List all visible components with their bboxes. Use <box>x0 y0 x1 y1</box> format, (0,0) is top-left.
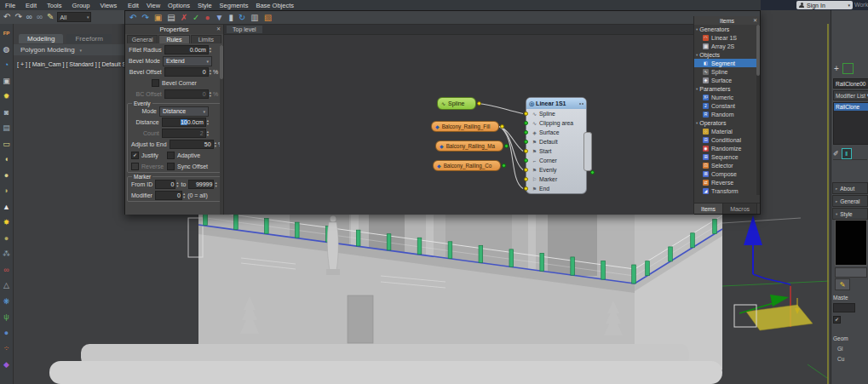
edit-style-button[interactable]: ✎ <box>835 278 850 290</box>
items-item-random[interactable]: RRandom <box>694 110 760 118</box>
editor-menu-view[interactable]: View <box>147 2 160 9</box>
from-id-field[interactable]: 0 <box>155 180 175 189</box>
sphere-blue-icon[interactable]: ● <box>1 325 13 341</box>
cone-icon[interactable]: ▲ <box>1 199 13 215</box>
spinner[interactable]: ▴▾ <box>207 130 209 136</box>
editor-undo-icon[interactable]: ↶ <box>129 14 136 22</box>
fillet-radius-field[interactable]: 0.0cm <box>164 45 209 54</box>
image-icon[interactable]: ▣ <box>1 73 13 89</box>
items-item-sequence[interactable]: ⊞Sequence <box>694 152 760 161</box>
pin-stack-icon[interactable]: ✐ <box>833 150 839 158</box>
sign-in-button[interactable]: Sign In ▾ <box>796 1 853 9</box>
top-level-tab[interactable]: Top level <box>227 26 262 33</box>
items-item-material[interactable]: ⁘Material <box>694 127 760 135</box>
rain-icon[interactable]: ⁂ <box>1 246 13 262</box>
items-group-generators[interactable]: ▾Generators <box>694 25 760 33</box>
items-item-spline[interactable]: ∿Spline <box>694 67 760 76</box>
sphere-icon[interactable]: ● <box>1 168 13 184</box>
editor-menu-base-objects[interactable]: Base Objects <box>256 2 294 9</box>
sphere-olive-icon[interactable]: ● <box>1 231 13 247</box>
input-socket[interactable] <box>524 168 528 172</box>
gen-input-marker[interactable]: ⚐Marker <box>526 175 586 184</box>
modifier-list-dropdown[interactable]: Modifier List ▾ <box>833 90 868 100</box>
editor-menu-options[interactable]: Options <box>168 2 190 9</box>
editor-redo-icon[interactable]: ↷ <box>141 14 148 22</box>
modifier-stack[interactable]: RailClone <box>833 102 868 145</box>
menu-file[interactable]: File <box>5 2 15 9</box>
node-balcony-railing-ma[interactable]: ◆ Balcony_Railing_Ma <box>435 140 503 152</box>
items-item-constant[interactable]: 2Constant <box>694 101 760 110</box>
purple-tool-icon[interactable]: ◆ <box>1 357 13 373</box>
items-group-parameters[interactable]: ▾Parameters <box>694 84 760 93</box>
master-field[interactable] <box>833 303 855 312</box>
node-header-buttons[interactable] <box>579 103 583 105</box>
properties-tab-limits[interactable]: Limits <box>191 35 221 43</box>
reverse-checkbox[interactable] <box>131 163 139 170</box>
items-item-segment[interactable]: ◧Segment <box>694 59 760 67</box>
items-item-surface[interactable]: ◈Surface <box>694 76 760 84</box>
items-item-randomize[interactable]: ◉Randomize <box>694 144 760 152</box>
show-end-result-toggle[interactable]: ‖ <box>842 148 852 159</box>
undo-icon[interactable]: ↶ <box>3 13 10 21</box>
output-socket[interactable] <box>502 163 506 168</box>
blob-icon[interactable]: ◖ <box>1 152 13 168</box>
gen-input-spline[interactable]: ∿Spline <box>526 109 586 118</box>
bevel-corner-checkbox[interactable] <box>152 79 159 87</box>
redo-icon[interactable]: ↷ <box>14 13 21 21</box>
workspace-label[interactable]: Workspa <box>854 2 868 8</box>
copy-icon[interactable]: ▣ <box>154 14 162 22</box>
record-icon[interactable]: ● <box>204 14 210 22</box>
evenly-mode-select[interactable]: Distance▾ <box>159 106 209 117</box>
spinner[interactable]: ▴▾ <box>210 69 211 75</box>
multi-dots-icon[interactable]: ⁘ <box>1 341 13 357</box>
input-socket[interactable] <box>524 186 528 191</box>
close-icon[interactable]: ✕ <box>753 17 757 23</box>
rollout-about[interactable]: ▸About <box>832 182 868 194</box>
editor-menu-segments[interactable]: Segments <box>220 2 249 9</box>
generator-output-socket[interactable] <box>590 170 595 175</box>
sync-offset-checkbox[interactable] <box>167 163 175 170</box>
add-icon[interactable]: + <box>834 64 839 73</box>
justify-checkbox[interactable]: ✓ <box>131 152 139 159</box>
bind-spacewarp-icon[interactable]: ✎ <box>47 13 54 21</box>
input-socket[interactable] <box>524 121 528 125</box>
modifier-stack-item[interactable]: RailClone <box>834 103 868 111</box>
teapot-olive-icon[interactable]: ◗ <box>1 183 13 199</box>
teapot-icon[interactable]: ◍ <box>1 42 13 58</box>
menu-edit[interactable]: Edit <box>26 2 37 9</box>
gen-input-clipping-area[interactable]: ∿Clipping area <box>526 118 586 128</box>
unlink-icon[interactable]: ∞ <box>37 13 43 21</box>
node-balcony-railing-co[interactable]: ◆ Balcony_Railing_Co <box>433 160 501 171</box>
chamfer-box-icon[interactable]: ▭ <box>1 136 13 152</box>
gen-input-corner[interactable]: ⌐Corner <box>526 156 586 165</box>
spinner[interactable]: ▴▾ <box>215 141 216 147</box>
terrain-icon[interactable]: △ <box>1 278 13 294</box>
sun-icon[interactable]: ✸ <box>1 215 13 231</box>
spinner[interactable]: ▴▾ <box>176 181 178 187</box>
editor-menu-style[interactable]: Style <box>198 2 212 9</box>
bevel-offset-field[interactable]: 0 <box>164 67 209 77</box>
properties-tab-rules[interactable]: Rules <box>158 35 189 43</box>
items-item-array-2s[interactable]: ▦Array 2S <box>694 42 760 50</box>
generator-header[interactable]: ◎ Linear 1S1 <box>526 98 586 109</box>
items-tab-macros[interactable]: Macros <box>723 203 757 214</box>
object-name-field[interactable]: RailClone00 <box>833 78 868 89</box>
input-socket[interactable] <box>524 158 528 163</box>
output-socket[interactable] <box>504 144 509 148</box>
node-canvas[interactable]: Top level ∿ Spline ◆ Balcony_Railing_Fil… <box>224 25 694 215</box>
properties-scrollbar[interactable] <box>220 45 223 215</box>
railclone-icon[interactable]: ◔ <box>1 57 13 73</box>
spinner[interactable]: ▴▾ <box>210 47 211 53</box>
spinner[interactable]: ▴▾ <box>183 192 185 198</box>
pick-object-icon[interactable] <box>842 63 854 74</box>
items-item-compose[interactable]: ⊠Compose <box>694 169 760 178</box>
to-id-field[interactable]: 99999 <box>188 180 214 189</box>
items-group-operators[interactable]: ▾Operators <box>694 118 760 127</box>
ribbon-tab-freeform[interactable]: Freeform <box>66 34 111 43</box>
node-linear-generator[interactable]: ◎ Linear 1S1 ∿Spline∿Clipping area◈Surfa… <box>526 97 587 194</box>
output-socket[interactable] <box>477 101 481 106</box>
items-item-selector[interactable]: ⊡Selector <box>694 161 760 169</box>
ribbon-tab-modeling[interactable]: Modeling <box>19 34 63 43</box>
rollout-general[interactable]: ▸General <box>832 195 868 207</box>
refresh-icon[interactable]: ↻ <box>239 14 245 22</box>
